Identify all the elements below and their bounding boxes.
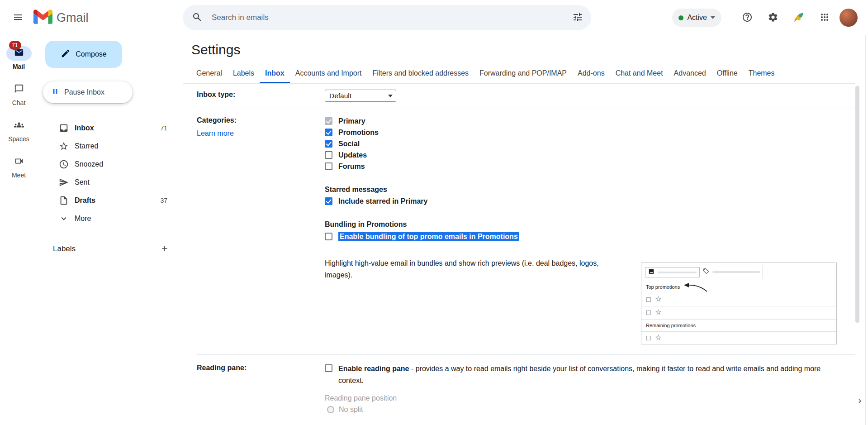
- include-starred-checkbox[interactable]: [325, 197, 332, 205]
- star-icon: [655, 334, 661, 342]
- main-menu-button[interactable]: [7, 7, 29, 29]
- tab-offline[interactable]: Offline: [711, 63, 743, 83]
- side-panel-toggle[interactable]: [855, 396, 864, 407]
- extension-button[interactable]: [788, 7, 810, 29]
- mail-unread-badge: 71: [9, 41, 21, 50]
- tab-accounts-and-import[interactable]: Accounts and Import: [290, 63, 367, 83]
- updates-checkbox[interactable]: [325, 151, 332, 159]
- gmail-logo[interactable]: Gmail: [33, 10, 89, 26]
- app-rail: 71 Mail Chat Spaces Meet: [0, 35, 38, 425]
- forums-checkbox[interactable]: [325, 162, 332, 170]
- enable-reading-pane-checkbox[interactable]: [325, 364, 332, 372]
- caret-down-icon: [711, 16, 715, 19]
- search-bar[interactable]: [183, 5, 591, 30]
- settings-rows: Inbox type: Default Categories: Learn mo…: [183, 84, 855, 414]
- sidebar-item-drafts[interactable]: Drafts 37: [38, 191, 183, 210]
- pause-icon: [51, 87, 59, 97]
- hamburger-icon: [13, 12, 24, 24]
- apps-grid-icon: [819, 12, 830, 24]
- category-label: Updates: [338, 151, 367, 159]
- tab-filters-and-blocked-addresses[interactable]: Filters and blocked addresses: [367, 63, 474, 83]
- pause-inbox-label: Pause Inbox: [64, 88, 104, 96]
- social-checkbox[interactable]: [325, 140, 332, 148]
- sidebar-item-sent[interactable]: Sent: [38, 173, 183, 191]
- tab-advanced[interactable]: Advanced: [669, 63, 711, 83]
- enable-reading-pane-title: Enable reading pane: [338, 365, 409, 372]
- inbox-type-selected-value: Default: [329, 92, 351, 100]
- sidebar-item-label: Drafts: [75, 196, 95, 205]
- pencil-icon: [61, 48, 71, 60]
- bundling-checkbox[interactable]: [325, 233, 332, 240]
- category-label: Promotions: [338, 129, 379, 137]
- sidebar-item-snoozed[interactable]: Snoozed: [38, 155, 183, 173]
- sidebar-item-more[interactable]: More: [38, 210, 183, 228]
- header-actions: Active: [672, 0, 858, 35]
- send-icon: [58, 177, 69, 188]
- tab-forwarding-and-pop-imap[interactable]: Forwarding and POP/IMAP: [474, 63, 572, 83]
- scrollbar[interactable]: [855, 86, 859, 323]
- sidebar-item-label: More: [75, 215, 91, 223]
- tune-icon: [572, 12, 583, 24]
- search-button[interactable]: [186, 7, 208, 29]
- reading-pane-position-option: No split: [327, 406, 855, 414]
- reading-pane-option-text: Enable reading pane - provides a way to …: [338, 363, 836, 387]
- category-option-social: Social: [325, 138, 855, 149]
- settings-button[interactable]: [762, 7, 784, 29]
- compose-button[interactable]: Compose: [45, 41, 122, 68]
- tab-labels[interactable]: Labels: [228, 63, 260, 83]
- rail-item-meet[interactable]: Meet: [0, 151, 38, 187]
- no-split-label: No split: [339, 406, 363, 414]
- sidebar-item-count: 71: [160, 124, 167, 132]
- star-icon: [655, 309, 661, 317]
- search-input[interactable]: [212, 13, 567, 22]
- draft-icon: [58, 195, 69, 206]
- help-icon: [742, 12, 753, 24]
- tab-themes[interactable]: Themes: [743, 63, 780, 83]
- tab-inbox[interactable]: Inbox: [260, 63, 290, 83]
- bundling-description: Highlight high-value email in bundles an…: [325, 258, 607, 281]
- chevron-down-icon: [58, 213, 69, 224]
- rail-item-chat[interactable]: Chat: [0, 79, 38, 115]
- pause-inbox-button[interactable]: Pause Inbox: [43, 81, 133, 103]
- sidebar-item-count: 37: [160, 197, 167, 204]
- status-dot-icon: [678, 15, 683, 20]
- preview-email-row: [641, 331, 836, 344]
- preview-placeholder-line: [712, 271, 760, 273]
- promotions-checkbox[interactable]: [325, 129, 332, 136]
- star-icon: [58, 141, 69, 152]
- chevron-right-icon: [856, 397, 864, 407]
- category-label: Social: [338, 140, 360, 148]
- select-caret-icon: [388, 95, 393, 97]
- inbox-type-select[interactable]: Default: [325, 90, 396, 102]
- include-starred-option: Include starred in Primary: [325, 196, 855, 207]
- sidebar-item-inbox[interactable]: Inbox 71: [38, 119, 183, 137]
- rail-label-spaces: Spaces: [8, 135, 29, 143]
- sidebar-item-starred[interactable]: Starred: [38, 137, 183, 155]
- preview-remaining-promotions-row: Remaining promotions: [641, 319, 836, 331]
- preview-remaining-promotions-label: Remaining promotions: [646, 323, 696, 328]
- gmail-m-icon: [33, 10, 52, 26]
- status-selector[interactable]: Active: [672, 9, 721, 27]
- bundling-preview-illustration: Top promotions Remaining promotions: [641, 263, 837, 344]
- rail-item-mail[interactable]: 71 Mail: [0, 43, 38, 79]
- support-button[interactable]: [736, 7, 758, 29]
- no-split-radio[interactable]: [327, 406, 334, 413]
- tab-general[interactable]: General: [191, 63, 228, 83]
- category-label: Primary: [338, 117, 365, 125]
- settings-main: Settings General Labels Inbox Accounts a…: [183, 35, 855, 425]
- top-bar: Gmail Active: [0, 0, 868, 35]
- side-panel-divider: [865, 35, 866, 425]
- tab-chat-and-meet[interactable]: Chat and Meet: [610, 63, 669, 83]
- reading-pane-position-header: Reading pane position: [325, 394, 855, 402]
- learn-more-link[interactable]: Learn more: [197, 129, 234, 138]
- search-options-button[interactable]: [567, 7, 588, 29]
- rail-item-spaces[interactable]: Spaces: [0, 115, 38, 151]
- account-avatar[interactable]: [840, 9, 858, 27]
- meet-icon-pill: [6, 155, 32, 169]
- primary-checkbox[interactable]: [325, 117, 332, 125]
- gear-icon: [768, 12, 778, 24]
- preview-rows: Top promotions Remaining promotions: [641, 281, 836, 344]
- create-label-button[interactable]: [157, 242, 172, 256]
- google-apps-button[interactable]: [814, 7, 835, 29]
- tab-add-ons[interactable]: Add-ons: [572, 63, 610, 83]
